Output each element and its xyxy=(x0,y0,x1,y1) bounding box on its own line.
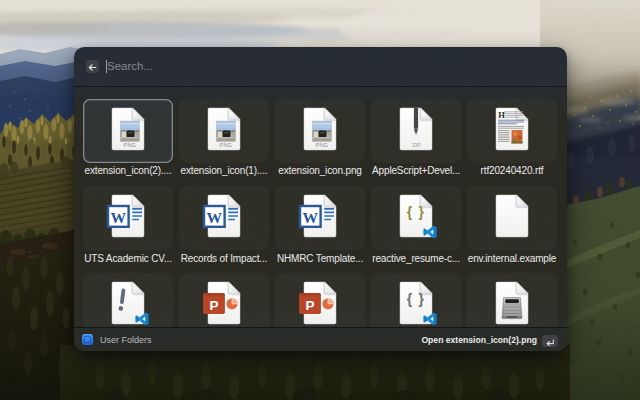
svg-text:}: } xyxy=(418,291,424,307)
svg-text:{: { xyxy=(407,291,413,307)
svg-text:ZIP: ZIP xyxy=(412,142,421,148)
svg-text:{: { xyxy=(407,204,413,220)
svg-text:H: H xyxy=(498,109,505,119)
svg-text:}: } xyxy=(418,204,424,220)
